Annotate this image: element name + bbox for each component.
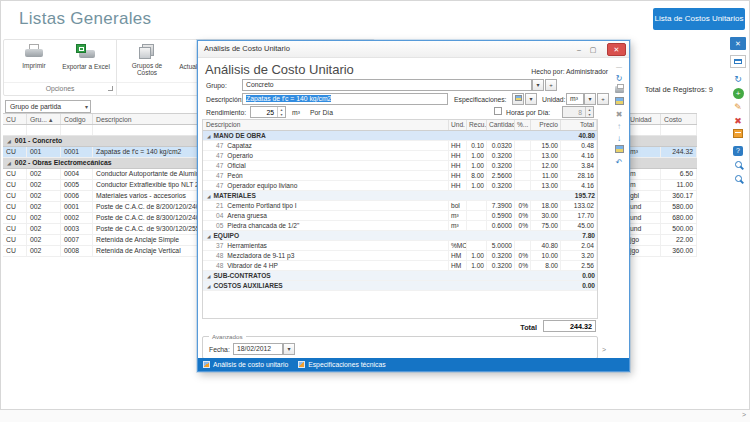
resource-code: 21 — [216, 202, 223, 209]
group-row[interactable]: ◢MATERIALES195.72 — [203, 191, 597, 201]
dialog-titlebar[interactable]: Análisis de Costo Unitario – ▢ ✕ — [198, 41, 629, 58]
expand-icon[interactable]: ◢ — [7, 158, 11, 168]
table-view-button[interactable] — [731, 129, 745, 141]
column-header-cu[interactable]: CU — [3, 114, 27, 124]
descripcion-input[interactable]: Zapatas de f'c = 140 kg/cm2 — [242, 93, 448, 105]
help-button[interactable]: ? — [731, 144, 745, 156]
spinner-arrows[interactable]: ▴▾ — [585, 107, 593, 117]
expand-icon[interactable]: ◢ — [207, 234, 210, 239]
column-header-gru[interactable]: Gru... ▴ — [27, 114, 61, 124]
horas-por-dia-checkbox[interactable] — [494, 107, 502, 115]
group-row[interactable]: ◢EQUIPO7.80 — [203, 231, 597, 241]
lista-costos-unitarios-button[interactable]: Lista de Costos Unitarios — [653, 8, 745, 30]
column-header-unidad[interactable]: Unidad — [627, 114, 661, 124]
delete-button[interactable]: ✖ — [611, 109, 627, 120]
table-row[interactable]: 37Herramientas%MO5.000040.802.04 — [203, 241, 597, 251]
table-row[interactable]: 47CapatazHH0.100.032015.000.48 — [203, 141, 597, 151]
undo-button[interactable]: ↶ — [611, 157, 627, 168]
cell-pct: 0% — [515, 211, 531, 220]
table-row[interactable]: 47OficialHH1.000.320012.003.84 — [203, 161, 597, 171]
table-row[interactable]: 48Mezcladora de 9-11 p3HM1.000.32000%10.… — [203, 251, 597, 261]
group-total: 40.80 — [561, 131, 597, 140]
delete-button[interactable]: ✖ — [731, 115, 745, 127]
unidad-combo[interactable]: m³ — [566, 93, 584, 105]
dialog-launcher-icon[interactable] — [108, 86, 113, 91]
table-row[interactable]: 47OperarioHH1.000.320013.004.16 — [203, 151, 597, 161]
expand-icon[interactable]: ◢ — [7, 136, 11, 146]
close-button[interactable]: ✕ — [607, 43, 626, 56]
image-button[interactable] — [611, 97, 627, 108]
group-row[interactable]: ◢SUB-CONTRATOS0.00 — [203, 271, 597, 281]
unidad-dropdown-button[interactable]: ▾ — [584, 93, 596, 105]
filter-cell[interactable] — [627, 125, 661, 135]
scroll-right-arrow[interactable]: > — [742, 411, 746, 418]
fecha-combo[interactable]: 18/02/2012 — [233, 343, 283, 355]
grupo-combo[interactable]: Concreto — [242, 79, 532, 91]
window-layout-button[interactable] — [730, 55, 746, 68]
ribbon-group-label-opciones: Opciones — [4, 82, 116, 95]
table-row[interactable]: 21Cemento Portland tipo Ibol7.39000%18.0… — [203, 201, 597, 211]
edit-button[interactable]: ✎ — [731, 101, 745, 113]
grupos-costos-button[interactable]: Grupos de Costos — [121, 43, 173, 77]
expand-icon[interactable]: ◢ — [207, 284, 210, 289]
table-row[interactable]: 47PeónHH8.002.560011.0028.16 — [203, 171, 597, 181]
imprimir-button[interactable]: Imprimir — [8, 43, 60, 70]
move-down-button[interactable]: ↓ — [611, 133, 627, 144]
grip-handle[interactable]: — — [611, 61, 627, 72]
filter-cell[interactable] — [3, 125, 27, 135]
exportar-excel-button[interactable]: Exportar a Excel — [60, 43, 112, 71]
horas-spinner[interactable]: 8 ▴▾ — [562, 106, 594, 118]
expand-icon[interactable]: ◢ — [207, 194, 210, 199]
zoom-button[interactable] — [731, 173, 745, 185]
filter-cell[interactable] — [61, 125, 93, 135]
refresh-button[interactable]: ↻ — [611, 73, 627, 84]
column-header-pct[interactable]: %... — [515, 120, 531, 130]
move-up-button[interactable]: ↑ — [611, 121, 627, 132]
resource-code: 05 — [216, 222, 223, 229]
tab-analisis-costo-unitario[interactable]: Análisis de costo unitario — [203, 361, 288, 368]
table-row[interactable]: 48Vibrador de 4 HPHM1.000.32000%8.002.56 — [203, 261, 597, 271]
column-header-costo[interactable]: Costo — [661, 114, 697, 124]
column-header-total[interactable]: Total — [561, 120, 597, 130]
cost-groups-icon — [139, 44, 155, 59]
group-row[interactable]: ◢MANO DE OBRA40.80 — [203, 131, 597, 141]
especificaciones-edit-button[interactable] — [512, 93, 524, 105]
tab-especificaciones-tecnicas[interactable]: Especificaciones técnicas — [298, 361, 385, 368]
pager-right-arrow[interactable]: > — [602, 346, 606, 353]
cell-cantidad: 0.0320 — [487, 141, 515, 150]
cell-cantidad: 2.5600 — [487, 171, 515, 180]
group-row[interactable]: ◢COSTOS AUXILIARES0.00 — [203, 281, 597, 291]
column-header-codigo[interactable]: Codigo — [61, 114, 93, 124]
unidad-add-button[interactable]: + — [597, 93, 609, 105]
table-row[interactable]: 04Arena gruesam³0.59000%30.0017.70 — [203, 211, 597, 221]
table-row[interactable]: 05Piedra chancada de 1/2"m³0.60000%75.00… — [203, 221, 597, 231]
fecha-dropdown-button[interactable]: ▾ — [283, 343, 295, 355]
grupo-partida-combo[interactable]: Grupo de partida ▾ — [5, 100, 91, 113]
add-button[interactable]: + — [731, 87, 745, 99]
filter-cell[interactable] — [27, 125, 61, 135]
expand-icon[interactable]: ◢ — [207, 274, 210, 279]
filter-cell[interactable] — [661, 125, 697, 135]
grupo-dropdown-button[interactable]: ▾ — [532, 79, 544, 91]
refresh-button[interactable]: ↻ — [731, 73, 745, 85]
column-header-descripcion[interactable]: Descripcion — [203, 120, 449, 130]
table-row[interactable]: 47Operador equipo livianoHH1.000.320013.… — [203, 181, 597, 191]
especificaciones-dropdown-button[interactable]: ▾ — [525, 93, 537, 105]
column-header-cantidad[interactable]: Cantidad — [487, 120, 515, 130]
expand-icon[interactable]: ◢ — [207, 134, 210, 139]
minimize-button[interactable]: – — [573, 44, 585, 55]
column-header-precio[interactable]: Precio — [531, 120, 561, 130]
print-button[interactable] — [611, 85, 627, 96]
cell-cu: CU — [3, 235, 27, 245]
rendimiento-spinner[interactable]: 25 ▴▾ — [250, 106, 286, 118]
picture-button[interactable] — [611, 145, 627, 156]
column-header-und[interactable]: Und. — [449, 120, 467, 130]
search-button[interactable] — [731, 159, 745, 171]
close-panel-button[interactable]: ✕ — [730, 37, 746, 50]
group-label: ◢EQUIPO — [203, 231, 561, 240]
grupo-add-button[interactable]: + — [545, 79, 557, 91]
spinner-arrows[interactable]: ▴▾ — [277, 107, 285, 117]
resource-name: Operador equipo liviano — [227, 182, 297, 189]
column-header-recu[interactable]: Recu... — [467, 120, 487, 130]
maximize-button[interactable]: ▢ — [587, 44, 599, 55]
